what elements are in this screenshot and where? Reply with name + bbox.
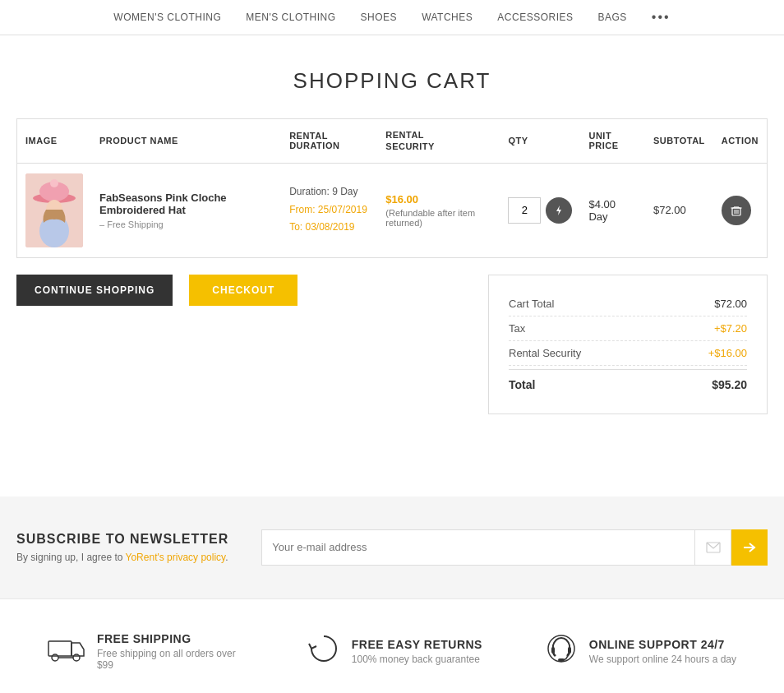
free-shipping-label: Free Shipping: [99, 219, 273, 229]
newsletter-email-input[interactable]: [261, 529, 695, 566]
privacy-policy-link[interactable]: YoRent's privacy policy: [126, 552, 226, 563]
feature-returns-text: FREE EASY RETURNS 100% money back guaran…: [352, 638, 482, 665]
features-inner: FREE SHIPPING Free shipping on all order…: [16, 632, 768, 671]
feature-support-text: ONLINE SUPPORT 24/7 We support online 24…: [589, 638, 736, 665]
newsletter-section: SUBSCRIBE TO NEWSLETTER By signing up, I…: [0, 497, 784, 598]
feature-support: ONLINE SUPPORT 24/7 We support online 24…: [545, 632, 736, 671]
table-row: FabSeasons Pink Cloche Embroidered Hat F…: [17, 163, 768, 257]
arrow-right-icon: [743, 542, 756, 553]
col-subtotal: SUBTOTAL: [645, 119, 713, 164]
nav-shoes[interactable]: SHOES: [361, 12, 398, 23]
nav-more[interactable]: •••: [652, 10, 671, 25]
product-image: [25, 173, 83, 247]
nav-accessories[interactable]: ACCESSORIES: [497, 12, 573, 23]
feature-returns-title: FREE EASY RETURNS: [352, 638, 482, 651]
nav-bags[interactable]: BAGS: [598, 12, 627, 23]
duration-from: From: 25/07/2019: [289, 201, 369, 219]
col-rental-duration: RENTAL DURATION: [281, 119, 377, 164]
subtotal-value: $72.00: [653, 204, 686, 216]
svg-rect-25: [558, 658, 565, 662]
summary-tax: Tax +$7.20: [509, 316, 747, 341]
checkout-button[interactable]: CHECKOUT: [189, 275, 297, 306]
subtotal-cell: $72.00: [645, 163, 713, 257]
rental-security-cell: $16.00 (Refundable after item returned): [377, 163, 500, 257]
feature-shipping-text: FREE SHIPPING Free shipping on all order…: [97, 632, 245, 671]
feature-returns-desc: 100% money back guarantee: [352, 654, 482, 665]
nav-watches[interactable]: WATCHES: [422, 12, 473, 23]
feature-returns: FREE EASY RETURNS 100% money back guaran…: [307, 632, 482, 671]
feature-support-title: ONLINE SUPPORT 24/7: [589, 638, 736, 651]
newsletter-submit-button[interactable]: [731, 529, 768, 566]
col-unit-price: UNIT PRICE: [580, 119, 644, 164]
unit-price: $4.00 Day: [588, 198, 616, 223]
newsletter-desc: By signing up, I agree to YoRent's priva…: [16, 552, 228, 563]
shipping-icon: [48, 635, 85, 668]
newsletter-title: SUBSCRIBE TO NEWSLETTER: [16, 532, 228, 547]
support-icon: [545, 632, 578, 671]
svg-rect-23: [551, 647, 555, 654]
rental-security-value: +$16.00: [708, 347, 747, 359]
newsletter-inner: SUBSCRIBE TO NEWSLETTER By signing up, I…: [16, 529, 768, 566]
feature-shipping-title: FREE SHIPPING: [97, 632, 245, 645]
rental-security-label: Rental Security: [509, 347, 581, 359]
qty-wrapper: [508, 197, 572, 224]
qty-input[interactable]: [508, 197, 541, 224]
total-value: $95.20: [712, 378, 747, 391]
svg-marker-6: [556, 206, 561, 215]
page-title: SHOPPING CART: [16, 68, 768, 94]
rental-price: $16.00: [385, 193, 491, 206]
feature-shipping-desc: Free shipping on all orders over $99: [97, 648, 245, 671]
feature-support-desc: We support online 24 hours a day: [589, 654, 736, 665]
summary-total: Total $95.20: [509, 369, 747, 397]
returns-icon: [307, 632, 340, 671]
svg-point-20: [73, 654, 80, 661]
continue-shopping-button[interactable]: CONTINUE SHOPPING: [16, 275, 173, 306]
main-nav: WOMEN'S CLOTHING MEN'S CLOTHING SHOES WA…: [0, 0, 784, 35]
svg-point-3: [50, 179, 58, 187]
action-cell: [713, 163, 768, 257]
rental-note: (Refundable after item returned): [385, 208, 491, 228]
product-name-cell: FabSeasons Pink Cloche Embroidered Hat F…: [91, 163, 281, 257]
qty-update-button[interactable]: [546, 197, 572, 224]
delete-button[interactable]: [722, 196, 751, 225]
duration-label: Duration: 9 Day: [289, 183, 369, 201]
qty-cell: [500, 163, 580, 257]
email-icon: [695, 529, 731, 566]
cart-table: IMAGE PRODUCT NAME RENTAL DURATION RENTA…: [16, 118, 768, 258]
order-summary: Cart Total $72.00 Tax +$7.20 Rental Secu…: [488, 275, 768, 414]
main-content: SHOPPING CART IMAGE PRODUCT NAME RENTAL …: [0, 35, 784, 472]
col-rental-security: RENTALSECURITY: [377, 119, 500, 164]
tax-value: +$7.20: [714, 322, 747, 335]
actions-summary: CONTINUE SHOPPING CHECKOUT Cart Total $7…: [16, 275, 768, 414]
col-action: ACTION: [713, 119, 768, 164]
trash-icon: [730, 204, 743, 217]
col-image: IMAGE: [17, 119, 92, 164]
summary-cart-total: Cart Total $72.00: [509, 292, 747, 316]
newsletter-text: SUBSCRIBE TO NEWSLETTER By signing up, I…: [16, 532, 228, 563]
col-qty: QTY: [500, 119, 580, 164]
cart-total-label: Cart Total: [509, 298, 554, 310]
summary-rental-security: Rental Security +$16.00: [509, 341, 747, 366]
unit-price-cell: $4.00 Day: [580, 163, 644, 257]
product-image-svg: [25, 173, 83, 247]
tax-label: Tax: [509, 322, 525, 335]
product-image-cell: [17, 163, 92, 257]
lightning-icon: [553, 205, 565, 216]
product-name: FabSeasons Pink Cloche Embroidered Hat: [99, 192, 273, 216]
duration-to: To: 03/08/2019: [289, 219, 369, 237]
svg-rect-24: [568, 647, 571, 654]
svg-rect-17: [48, 641, 71, 656]
feature-shipping: FREE SHIPPING Free shipping on all order…: [48, 632, 245, 671]
svg-point-19: [52, 654, 58, 661]
features-section: FREE SHIPPING Free shipping on all order…: [0, 598, 784, 693]
total-label: Total: [509, 378, 535, 391]
col-product-name: PRODUCT NAME: [91, 119, 281, 164]
nav-mens[interactable]: MEN'S CLOTHING: [246, 12, 335, 23]
cart-total-value: $72.00: [714, 298, 747, 310]
rental-duration-cell: Duration: 9 Day From: 25/07/2019 To: 03/…: [281, 163, 377, 257]
nav-womens[interactable]: WOMEN'S CLOTHING: [113, 12, 221, 23]
newsletter-form: [261, 529, 768, 566]
